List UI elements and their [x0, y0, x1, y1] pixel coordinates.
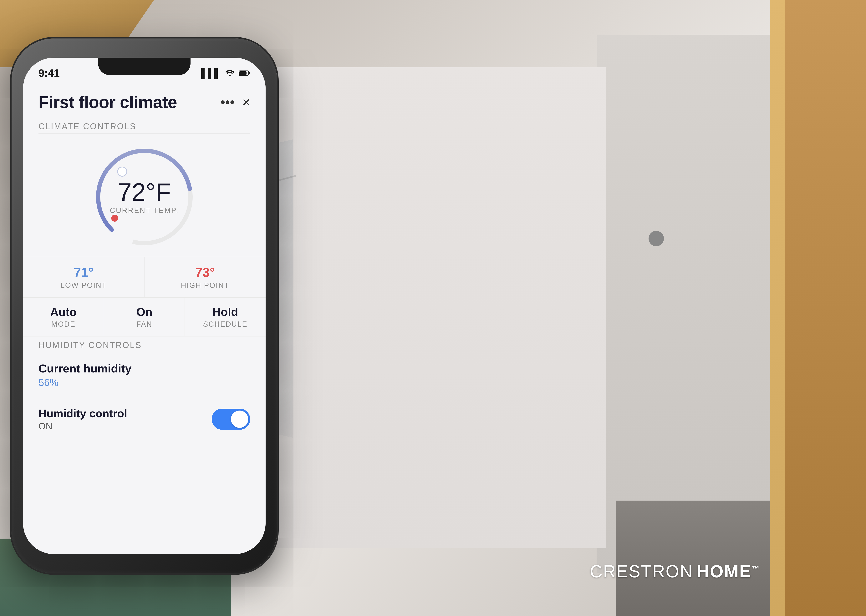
signal-icon: ▌▌▌ [201, 68, 221, 79]
mode-row: Auto MODE On FAN Hold SCHEDULE [23, 298, 266, 336]
schedule-label: SCHEDULE [185, 320, 266, 328]
brand-name-bold: HOME™ [697, 561, 760, 581]
room-right [616, 501, 770, 616]
humidity-section-label: HUMIDITY CONTROLS [23, 336, 266, 352]
temperature-points: 71° LOW POINT 73° HIGH POINT [23, 257, 266, 298]
mode-label: MODE [23, 320, 104, 328]
high-point-value: 73° [145, 265, 266, 280]
current-humidity-title: Current humidity [38, 362, 250, 375]
status-icons: ▌▌▌ [201, 68, 250, 79]
current-temperature: 72°F [118, 179, 171, 204]
humidity-toggle-row: Humidity control ON [23, 398, 266, 440]
fan-label: FAN [104, 320, 185, 328]
fan-value: On [104, 305, 185, 319]
schedule-value: Hold [185, 305, 266, 319]
brand-name-light: CRESTRON [590, 561, 693, 581]
door-opening [597, 35, 770, 573]
low-point[interactable]: 71° LOW POINT [23, 257, 145, 297]
high-point-label: HIGH POINT [145, 281, 266, 289]
battery-icon [239, 68, 250, 79]
header-icons: ••• × [220, 94, 250, 110]
low-point-value: 71° [23, 265, 144, 280]
phone: 9:41 ▌▌▌ [11, 38, 277, 573]
high-point[interactable]: 73° HIGH POINT [145, 257, 266, 297]
mode-value: Auto [23, 305, 104, 319]
app-content: First floor climate ••• × CLIMATE CONTRO… [23, 83, 266, 554]
door-frame-inner [770, 0, 785, 616]
brand-logo: CRESTRON HOME™ [590, 561, 760, 581]
close-button[interactable]: × [242, 94, 250, 110]
humidity-toggle-label: Humidity control ON [38, 407, 127, 432]
status-time: 9:41 [38, 67, 60, 79]
app-header: First floor climate ••• × [23, 83, 266, 118]
low-point-label: LOW POINT [23, 281, 144, 289]
toggle-knob [231, 410, 248, 428]
svg-rect-3 [249, 72, 250, 74]
wifi-icon [225, 68, 235, 79]
climate-section-label: CLIMATE CONTROLS [23, 118, 266, 133]
door-frame-right [785, 0, 866, 616]
svg-rect-2 [239, 71, 247, 75]
menu-button[interactable]: ••• [220, 94, 235, 110]
temperature-dial[interactable]: 72°F CURRENT TEMP. [90, 143, 198, 251]
current-humidity-item: Current humidity 56% [23, 352, 266, 398]
humidity-toggle-switch[interactable] [212, 409, 250, 430]
page-title: First floor climate [38, 92, 177, 112]
schedule-item[interactable]: Hold SCHEDULE [185, 298, 266, 336]
fan-item[interactable]: On FAN [104, 298, 185, 336]
thermostat-area[interactable]: 72°F CURRENT TEMP. [23, 134, 266, 257]
phone-shell: 9:41 ▌▌▌ [11, 38, 277, 573]
mode-item[interactable]: Auto MODE [23, 298, 104, 336]
current-temperature-label: CURRENT TEMP. [110, 206, 179, 215]
phone-notch [98, 58, 190, 75]
svg-point-0 [229, 74, 231, 76]
humidity-section: HUMIDITY CONTROLS Current humidity 56% H… [23, 336, 266, 440]
current-humidity-value: 56% [38, 377, 250, 388]
dial-center: 72°F CURRENT TEMP. [90, 143, 198, 251]
humidity-control-title: Humidity control [38, 407, 127, 420]
wall-sconce [649, 231, 664, 246]
humidity-control-state: ON [38, 421, 127, 432]
phone-screen: 9:41 ▌▌▌ [23, 58, 266, 554]
